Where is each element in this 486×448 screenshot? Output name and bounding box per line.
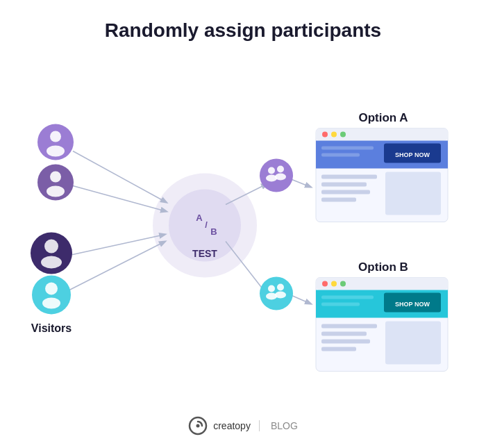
dot-red-a bbox=[322, 132, 328, 138]
svg-point-3 bbox=[275, 174, 286, 181]
arrow-4 bbox=[69, 242, 165, 290]
card-a-content4 bbox=[321, 198, 356, 202]
creatopy-logo bbox=[188, 416, 208, 435]
dot-yellow-b bbox=[331, 281, 337, 287]
test-label: TEST bbox=[192, 248, 217, 259]
footer-brand: creatopy bbox=[213, 420, 251, 431]
visitor-2-body bbox=[47, 186, 65, 197]
dot-yellow-a bbox=[331, 132, 337, 138]
ab-label: A bbox=[196, 213, 203, 223]
arrow-2 bbox=[73, 186, 167, 212]
svg-point-4 bbox=[268, 285, 275, 292]
arrow-group-b-card bbox=[290, 295, 311, 304]
option-b-label: Option B bbox=[358, 260, 408, 274]
visitor-2-head bbox=[50, 172, 61, 183]
visitor-3-body bbox=[41, 256, 62, 269]
visitors-label: Visitors bbox=[31, 322, 72, 334]
card-a-content2 bbox=[321, 183, 367, 187]
card-b-content3 bbox=[321, 340, 370, 344]
b-label: B bbox=[210, 226, 217, 237]
svg-point-7 bbox=[275, 292, 286, 299]
svg-point-9 bbox=[196, 424, 200, 428]
dot-green-a bbox=[340, 132, 346, 138]
footer: creatopy BLOG bbox=[188, 416, 298, 435]
card-b-line2 bbox=[321, 303, 360, 306]
card-a-img bbox=[385, 172, 441, 215]
card-a-line2 bbox=[321, 154, 360, 157]
card-b-img bbox=[385, 322, 441, 365]
visitor-3-head bbox=[44, 240, 58, 254]
svg-point-0 bbox=[268, 167, 275, 174]
visitor-4-body bbox=[42, 298, 60, 309]
option-a-label: Option A bbox=[358, 111, 408, 124]
footer-divider bbox=[259, 420, 260, 431]
main-container: Randomly assign participants bbox=[0, 0, 486, 448]
svg-point-6 bbox=[277, 284, 284, 291]
card-a-line1 bbox=[321, 147, 374, 150]
diagram-area: Visitors A / B TEST Option A bbox=[0, 42, 486, 416]
slash-label: / bbox=[205, 219, 208, 230]
shop-now-text-a: SHOP NOW bbox=[395, 151, 430, 158]
card-b-content2 bbox=[321, 332, 367, 336]
dot-red-b bbox=[322, 281, 328, 287]
diagram-svg: Visitors A / B TEST Option A bbox=[0, 42, 486, 416]
card-a-content3 bbox=[321, 190, 370, 194]
arrow-3 bbox=[69, 235, 165, 256]
card-b-line1 bbox=[321, 296, 374, 299]
visitor-4-head bbox=[45, 283, 58, 295]
svg-point-2 bbox=[277, 166, 284, 173]
card-b-content4 bbox=[321, 347, 356, 351]
visitor-1-head bbox=[50, 131, 61, 142]
shop-now-text-b: SHOP NOW bbox=[395, 301, 430, 308]
arrow-1 bbox=[73, 151, 167, 203]
dot-green-b bbox=[340, 281, 346, 287]
visitor-1-body bbox=[47, 146, 65, 157]
card-a-content1 bbox=[321, 175, 377, 179]
arrow-group-a-card bbox=[290, 179, 311, 188]
page-title: Randomly assign participants bbox=[105, 19, 381, 42]
footer-blog: BLOG bbox=[271, 420, 298, 431]
card-b-content1 bbox=[321, 324, 377, 329]
